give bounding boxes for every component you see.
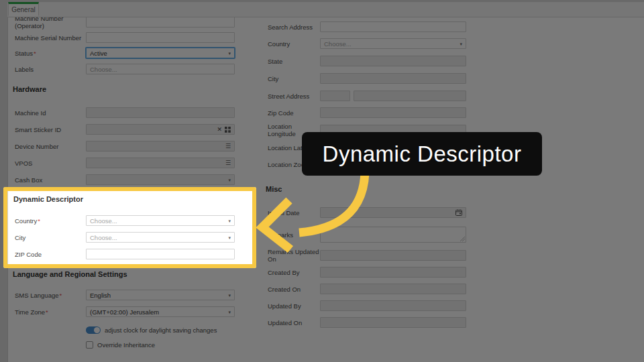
smart-sticker-row: Smart Sticker ID ✕: [15, 124, 235, 135]
machine-id-input: [86, 107, 235, 118]
created-by-input: [320, 267, 466, 278]
tab-strip: General: [7, 2, 644, 17]
city-label: City: [268, 75, 320, 82]
country-label: Country: [268, 40, 320, 48]
updated-on-input: [320, 317, 466, 328]
override-checkbox[interactable]: [86, 341, 93, 349]
created-on-input: [320, 284, 466, 294]
install-date-label: Install Date: [268, 209, 320, 217]
dd-city-row: City Choose... ▾: [15, 232, 235, 243]
dst-toggle[interactable]: [86, 326, 101, 334]
status-select[interactable]: Active ▾: [86, 48, 235, 58]
machine-serial-input[interactable]: [86, 32, 235, 43]
remarks-updated-input: [320, 250, 466, 261]
street-number-input[interactable]: [320, 90, 350, 101]
created-by-label: Created By: [268, 269, 320, 276]
cash-box-row: Cash Box ▾: [15, 174, 235, 185]
tab-general-label: General: [11, 6, 36, 13]
device-number-row: Device Number ☰: [15, 141, 235, 152]
created-on-label: Created On: [268, 286, 320, 293]
callout-text: Dynamic Descriptor: [323, 141, 522, 167]
clear-icon[interactable]: ✕: [217, 127, 222, 133]
dd-zip-input[interactable]: [86, 249, 235, 259]
time-zone-select[interactable]: (GMT+02:00) Jerusalem ▾: [86, 306, 235, 317]
state-label: State: [268, 58, 320, 65]
device-number-label: Device Number: [15, 143, 86, 150]
labels-row: Labels Choose...: [15, 64, 235, 74]
vpos-label: VPOS: [15, 160, 86, 167]
status-label: Status*: [15, 50, 86, 57]
state-input[interactable]: [320, 56, 466, 66]
updated-by-input: [320, 300, 466, 311]
chevron-down-icon: ▾: [228, 310, 231, 314]
street-address-row: Street Address: [268, 90, 466, 101]
country-row: Country Choose... ▾: [268, 38, 466, 49]
install-date-row: Install Date: [268, 207, 466, 218]
grid-picker-icon[interactable]: [225, 127, 231, 133]
override-row: Override Inheritance: [86, 339, 247, 350]
sms-language-label: SMS Language*: [15, 292, 86, 299]
callout-tooltip: Dynamic Descriptor: [302, 132, 542, 176]
misc-section-header: Misc: [266, 185, 282, 193]
state-row: State: [268, 56, 466, 66]
labels-label: Labels: [15, 66, 86, 73]
city-row: City: [268, 73, 466, 84]
machine-number-row: Machine Number (Operator): [15, 17, 235, 27]
dst-toggle-label: adjust clock for daylight saving changes: [105, 326, 217, 334]
chevron-down-icon: ▾: [460, 42, 462, 46]
remarks-row: Remarks: [268, 227, 466, 243]
search-address-input[interactable]: [320, 21, 466, 32]
status-row: Status* Active ▾: [15, 48, 235, 58]
dd-country-row: Country* Choose... ▾: [15, 215, 235, 226]
sms-language-select[interactable]: English ▾: [86, 290, 235, 300]
list-picker-icon[interactable]: ☰: [225, 160, 231, 166]
calendar-icon[interactable]: [455, 209, 462, 216]
created-on-row: Created On: [268, 284, 466, 294]
machine-id-row: Machine Id: [15, 107, 235, 118]
street-name-input[interactable]: [354, 90, 466, 101]
dd-country-select[interactable]: Choose... ▾: [86, 215, 235, 226]
remarks-updated-label: Remarks Updated On: [268, 248, 320, 263]
tab-general[interactable]: General: [8, 2, 39, 16]
zip-code-row: Zip Code: [268, 107, 466, 118]
zip-code-label: Zip Code: [268, 109, 320, 117]
dd-zip-label: ZIP Code: [15, 251, 86, 258]
language-section-header: Language and Regional Settings: [13, 270, 127, 278]
machine-serial-row: Machine Serial Number: [15, 32, 235, 43]
chevron-down-icon: ▾: [228, 51, 231, 56]
city-input[interactable]: [320, 73, 466, 84]
cash-box-select[interactable]: ▾: [86, 174, 235, 185]
vpos-row: VPOS ☰: [15, 158, 235, 168]
chevron-down-icon: ▾: [228, 219, 231, 223]
chevron-down-icon: ▾: [228, 235, 231, 240]
dynamic-descriptor-section-header: Dynamic Descriptor: [13, 195, 83, 203]
zip-code-input[interactable]: [320, 107, 466, 118]
dd-country-label: Country*: [15, 217, 86, 225]
labels-select[interactable]: Choose...: [86, 64, 235, 74]
dd-city-select[interactable]: Choose... ▾: [86, 232, 235, 243]
machine-serial-label: Machine Serial Number: [15, 34, 86, 42]
install-date-input[interactable]: [320, 207, 466, 218]
chevron-down-icon: ▾: [228, 178, 231, 182]
chevron-down-icon: ▾: [228, 293, 231, 298]
hardware-section-header: Hardware: [13, 85, 46, 93]
device-number-input[interactable]: ☰: [86, 141, 235, 152]
dst-toggle-row: adjust clock for daylight saving changes: [86, 324, 247, 335]
updated-by-row: Updated By: [268, 300, 466, 311]
sms-language-row: SMS Language* English ▾: [15, 290, 235, 300]
dd-city-label: City: [15, 234, 86, 241]
country-select[interactable]: Choose... ▾: [320, 38, 466, 49]
list-picker-icon[interactable]: ☰: [225, 143, 231, 149]
machine-number-input[interactable]: [86, 17, 235, 27]
remarks-updated-row: Remarks Updated On: [268, 250, 466, 261]
updated-by-label: Updated By: [268, 302, 320, 310]
vpos-input[interactable]: ☰: [86, 158, 235, 168]
search-address-label: Search Address: [268, 23, 320, 31]
remarks-textarea[interactable]: [320, 227, 466, 243]
created-by-row: Created By: [268, 267, 466, 278]
time-zone-label: Time Zone*: [15, 308, 86, 316]
smart-sticker-label: Smart Sticker ID: [15, 126, 86, 133]
updated-on-label: Updated On: [268, 319, 320, 326]
smart-sticker-input[interactable]: ✕: [86, 124, 235, 135]
updated-on-row: Updated On: [268, 317, 466, 328]
